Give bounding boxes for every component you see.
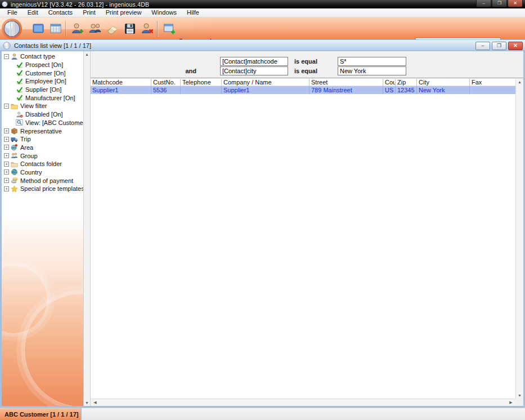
scroll-left-icon[interactable]: ◀ bbox=[92, 400, 98, 405]
new-window-icon[interactable] bbox=[161, 20, 177, 37]
window-title: ingeniousV12 [V3.3.42 - 26.03.12] - inge… bbox=[11, 1, 149, 8]
close-button[interactable]: ✕ bbox=[508, 0, 523, 7]
collapse-icon[interactable]: − bbox=[4, 54, 9, 59]
expand-icon[interactable]: + bbox=[4, 137, 9, 142]
expand-icon[interactable]: + bbox=[4, 153, 9, 158]
tree-item-label: Customer [On] bbox=[25, 70, 66, 77]
tree-item-prospect-on[interactable]: Prospect [On] bbox=[2, 61, 83, 69]
tree-item-area[interactable]: +Area bbox=[2, 144, 83, 152]
expand-icon[interactable]: + bbox=[4, 169, 9, 175]
scroll-down-icon[interactable]: ▼ bbox=[516, 394, 523, 397]
child-window-logo-icon bbox=[3, 42, 11, 50]
column-header-zip[interactable]: Zip bbox=[396, 79, 417, 86]
column-header-street[interactable]: Street bbox=[309, 79, 383, 86]
status-view-tab[interactable]: ABC Customer [1 / 1 / 17] bbox=[0, 408, 82, 420]
contacts-table: MatchcodeCustNo.TelephoneCompany / NameS… bbox=[91, 79, 515, 399]
table-vertical-scrollbar[interactable]: ▲ ▼ bbox=[515, 79, 523, 399]
cell-company-name: Supplier1 bbox=[222, 86, 309, 94]
tree-item-label: Representative bbox=[20, 128, 62, 135]
tree-item-employee-on[interactable]: Employee [On] bbox=[2, 77, 83, 86]
save-icon[interactable] bbox=[122, 20, 138, 37]
status-bar: ABC Customer [1 / 1 / 17] bbox=[0, 408, 525, 420]
scroll-right-icon[interactable]: ▶ bbox=[508, 400, 514, 405]
eraser-icon[interactable] bbox=[105, 20, 120, 37]
tree-item-method-of-payment[interactable]: +Method of payment bbox=[2, 176, 83, 185]
child-minimize-button[interactable]: – bbox=[475, 42, 490, 50]
results-area: is equalandis equal MatchcodeCustNo.Tele… bbox=[91, 51, 523, 406]
column-header-company-name[interactable]: Company / Name bbox=[222, 79, 309, 86]
delete-contact-icon[interactable] bbox=[140, 20, 155, 37]
child-restore-button[interactable]: ❐ bbox=[492, 42, 506, 50]
criteria-value-input[interactable] bbox=[338, 66, 406, 75]
scroll-up-icon[interactable]: ▲ bbox=[516, 80, 523, 84]
sidebar-scrollbar[interactable]: ▲ ▼ bbox=[84, 51, 91, 406]
tree-item-label: Trip bbox=[20, 136, 31, 142]
expand-icon[interactable]: + bbox=[4, 178, 9, 183]
criteria-value-input[interactable] bbox=[338, 57, 406, 66]
search-criteria-panel: is equalandis equal bbox=[91, 51, 523, 78]
expand-icon[interactable]: + bbox=[4, 186, 9, 191]
tree-item-customer-on[interactable]: Customer [On] bbox=[2, 69, 83, 77]
tree-item-supplier-on[interactable]: Supplier [On] bbox=[2, 86, 83, 94]
child-window-title: Contacts list view [1 / 1 / 17] bbox=[14, 42, 91, 49]
scroll-down-icon[interactable]: ▼ bbox=[84, 401, 90, 405]
menu-windows[interactable]: Windows bbox=[146, 8, 182, 17]
table-row[interactable]: Supplier15536Supplier1789 MainstreetUS12… bbox=[91, 86, 515, 94]
window-titlebar: ingeniousV12 [V3.3.42 - 26.03.12] - inge… bbox=[0, 0, 525, 8]
tree-item-group[interactable]: +Group bbox=[2, 151, 83, 160]
tree-item-trip[interactable]: +Trip bbox=[2, 135, 83, 144]
tree-item-country[interactable]: +Country bbox=[2, 168, 83, 177]
minimize-button[interactable]: – bbox=[476, 0, 491, 7]
collapse-icon[interactable]: − bbox=[4, 104, 9, 109]
menu-hilfe[interactable]: Hilfe bbox=[182, 8, 204, 17]
tree-item-view-filter[interactable]: −View filter bbox=[2, 102, 83, 110]
filter-sidebar: −Contact typeProspect [On]Customer [On]E… bbox=[2, 51, 84, 406]
tree-item-label: Country bbox=[20, 169, 42, 176]
tree-item-label: Group bbox=[20, 153, 38, 159]
form-view-icon[interactable] bbox=[30, 20, 46, 37]
scrollbar-corner bbox=[515, 399, 523, 406]
menu-edit[interactable]: Edit bbox=[23, 8, 43, 17]
menu-print[interactable]: Print bbox=[78, 8, 101, 17]
column-header-fax[interactable]: Fax bbox=[470, 79, 515, 86]
column-header-telephone[interactable]: Telephone bbox=[181, 79, 222, 86]
tree-item-representative[interactable]: +Representative bbox=[2, 127, 83, 135]
folder-icon bbox=[11, 102, 18, 110]
menu-print-preview[interactable]: Print preview bbox=[101, 8, 147, 17]
column-header-custno[interactable]: CustNo. bbox=[151, 79, 181, 86]
menu-bar: FileEditContactsPrintPrint previewWindow… bbox=[0, 8, 525, 17]
ingenious-logo-icon[interactable] bbox=[2, 19, 22, 39]
column-header-city[interactable]: City bbox=[417, 79, 470, 86]
column-header-coun[interactable]: Coun bbox=[383, 79, 396, 86]
box-icon bbox=[11, 127, 18, 135]
menu-contacts[interactable]: Contacts bbox=[43, 8, 78, 17]
tree-item-contact-type[interactable]: −Contact type bbox=[2, 52, 83, 61]
app-logo-icon bbox=[2, 1, 8, 7]
tree-item-label: Contact type bbox=[20, 53, 55, 60]
person-disabled-icon bbox=[16, 111, 23, 118]
maximize-button[interactable]: ❐ bbox=[492, 0, 507, 7]
expand-icon[interactable]: + bbox=[4, 162, 9, 167]
scroll-up-icon[interactable]: ▲ bbox=[84, 52, 90, 56]
criteria-field-input[interactable] bbox=[220, 66, 288, 75]
contacts-icon[interactable] bbox=[87, 20, 103, 37]
child-close-button[interactable]: ✕ bbox=[508, 42, 523, 50]
tree-item-view-abc-customer[interactable]: View: [ABC Customer] bbox=[2, 119, 83, 127]
column-header-matchcode[interactable]: Matchcode bbox=[91, 79, 151, 86]
contacts-list-view-window: −Contact typeProspect [On]Customer [On]E… bbox=[0, 51, 525, 408]
table-view-icon[interactable] bbox=[48, 20, 64, 37]
folder2-icon bbox=[11, 160, 18, 168]
expand-icon[interactable]: + bbox=[4, 145, 9, 150]
tree-item-disabled-on[interactable]: Disabled [On] bbox=[2, 110, 83, 119]
tree-item-label: Contacts folder bbox=[20, 160, 62, 167]
star-icon bbox=[11, 185, 18, 193]
tree-item-special-price-templates[interactable]: +Special price templates bbox=[2, 185, 83, 193]
expand-icon[interactable]: + bbox=[4, 128, 9, 133]
tree-item-contacts-folder[interactable]: +Contacts folder bbox=[2, 160, 83, 168]
criteria-field-input[interactable] bbox=[220, 57, 288, 66]
tree-item-manufacturer-on[interactable]: Manufacturer [On] bbox=[2, 93, 83, 102]
globe-icon bbox=[11, 168, 18, 176]
add-contact-icon[interactable] bbox=[70, 20, 86, 37]
menu-file[interactable]: File bbox=[2, 8, 23, 17]
table-horizontal-scrollbar[interactable]: ◀ ▶ bbox=[91, 399, 515, 406]
